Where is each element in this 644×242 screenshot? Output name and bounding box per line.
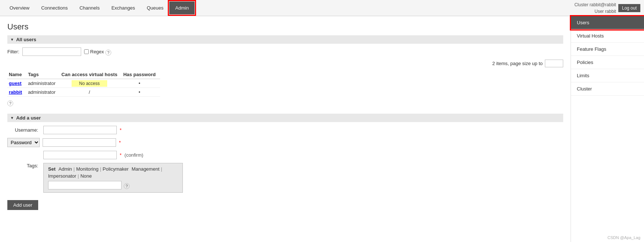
sidebar-item-users[interactable]: Users — [571, 16, 644, 29]
admin-sidebar: Users Virtual Hosts Feature Flags Polici… — [571, 16, 644, 242]
tag-monitoring[interactable]: Monitoring — [76, 166, 98, 172]
logout-button[interactable]: Log out — [618, 4, 640, 12]
tag-text-input[interactable] — [48, 181, 122, 189]
tags-label: Tags: — [7, 163, 40, 168]
nav-queues[interactable]: Queues — [141, 1, 170, 14]
tags-help-button[interactable]: ? — [124, 183, 130, 189]
cluster-user-info: Cluster rabbit@rabbit User rabbit Log ou… — [574, 1, 640, 15]
tag-input-row: ? — [48, 181, 178, 189]
col-password: Has password — [122, 70, 160, 79]
filter-row: Filter: Regex ? — [7, 47, 563, 56]
username-input[interactable] — [43, 126, 117, 134]
add-user-section: ▼ Add a user Username: * Password * — [7, 114, 563, 210]
table-row: rabbit administrator / • — [7, 88, 160, 97]
nav-connections[interactable]: Connections — [35, 1, 73, 14]
add-user-button[interactable]: Add user — [7, 200, 38, 210]
add-user-arrow-icon: ▼ — [10, 116, 14, 120]
user-label: User — [594, 9, 604, 14]
col-tags: Tags — [26, 70, 60, 79]
username-label: Username: — [7, 127, 40, 133]
tag-sep-3: | — [161, 166, 162, 172]
page-size-input[interactable]: 100 — [545, 60, 563, 67]
nav-exchanges[interactable]: Exchanges — [105, 1, 141, 14]
users-table: Name Tags Can access virtual hosts Has p… — [7, 70, 160, 97]
tag-admin[interactable]: Admin — [58, 166, 72, 172]
add-user-section-header[interactable]: ▼ Add a user — [7, 114, 563, 122]
password-type-select[interactable]: Password — [7, 138, 40, 147]
sidebar-item-feature-flags[interactable]: Feature Flags — [571, 43, 644, 56]
all-users-label: All users — [16, 37, 36, 42]
regex-help-button[interactable]: ? — [105, 50, 111, 56]
page-title: Users — [7, 22, 563, 32]
tag-policymaker[interactable]: Policymaker — [103, 166, 129, 172]
tag-sep-4: | — [78, 173, 79, 179]
tags-guest: administrator — [26, 79, 60, 88]
pagination-info: 2 items, page size up to 100 — [7, 60, 563, 67]
cluster-value: rabbit@rabbit — [590, 2, 616, 7]
table-help-button[interactable]: ? — [7, 100, 13, 106]
tags-set-label: Set — [48, 166, 55, 172]
regex-checkbox-group: Regex ? — [84, 48, 112, 56]
cluster-label: Cluster — [574, 2, 588, 7]
tags-row: Tags: Set Admin | Monitoring | Policymak… — [7, 163, 563, 193]
confirm-text: (confirm) — [124, 152, 143, 158]
confirm-required-star: * — [120, 152, 122, 158]
tags-set-row: Set Admin | Monitoring | Policymaker Man… — [48, 166, 178, 179]
nav-overview[interactable]: Overview — [4, 1, 35, 14]
nav-links: Overview Connections Channels Exchanges … — [4, 1, 574, 14]
password-required-star: * — [119, 140, 121, 145]
tag-management[interactable]: Management — [131, 166, 159, 172]
tag-impersonator[interactable]: Impersonator — [48, 173, 76, 179]
username-row: Username: * — [7, 126, 563, 134]
password-input[interactable] — [43, 138, 116, 147]
tag-sep-1: | — [73, 166, 75, 172]
confirm-password-input[interactable] — [43, 151, 117, 159]
sidebar-item-limits[interactable]: Limits — [571, 69, 644, 82]
nav-channels[interactable]: Channels — [73, 1, 105, 14]
all-users-section-header[interactable]: ▼ All users — [7, 35, 563, 44]
sidebar-item-policies[interactable]: Policies — [571, 56, 644, 69]
tag-sep-2: | — [100, 166, 101, 172]
tag-none[interactable]: None — [80, 173, 92, 179]
watermark: CSDN @Apa_Lag — [608, 235, 640, 240]
table-row: guest administrator No access • — [7, 79, 160, 88]
username-required-star: * — [120, 127, 122, 133]
main-content: Users ▼ All users Filter: Regex ? 2 item… — [0, 16, 571, 242]
nav-admin[interactable]: Admin — [169, 1, 195, 14]
filter-input[interactable] — [22, 47, 81, 56]
main-layout: Users ▼ All users Filter: Regex ? 2 item… — [0, 16, 644, 242]
top-navigation: Overview Connections Channels Exchanges … — [0, 0, 644, 16]
access-guest: No access — [60, 79, 122, 88]
sidebar-item-virtual-hosts[interactable]: Virtual Hosts — [571, 29, 644, 43]
add-user-label: Add a user — [16, 115, 41, 121]
collapse-arrow-icon: ▼ — [10, 38, 14, 42]
has-password-guest: • — [122, 79, 160, 88]
confirm-password-row: * (confirm) — [7, 151, 563, 159]
tags-area: Set Admin | Monitoring | Policymaker Man… — [43, 163, 183, 193]
user-link-guest[interactable]: guest — [9, 81, 22, 86]
cluster-details: Cluster rabbit@rabbit User rabbit — [574, 1, 616, 15]
regex-checkbox[interactable] — [84, 49, 89, 54]
password-row: Password * — [7, 138, 563, 147]
has-password-rabbit: • — [122, 88, 160, 97]
access-rabbit: / — [60, 88, 122, 97]
pagination-text: 2 items, page size up to — [492, 61, 543, 66]
filter-label: Filter: — [7, 49, 19, 54]
col-name: Name — [7, 70, 26, 79]
tags-rabbit: administrator — [26, 88, 60, 97]
regex-label: Regex — [90, 49, 104, 54]
user-value: rabbit — [605, 9, 616, 14]
col-access: Can access virtual hosts — [60, 70, 122, 79]
no-access-badge: No access — [72, 80, 107, 87]
sidebar-item-cluster[interactable]: Cluster — [571, 82, 644, 96]
user-link-rabbit[interactable]: rabbit — [9, 89, 22, 95]
